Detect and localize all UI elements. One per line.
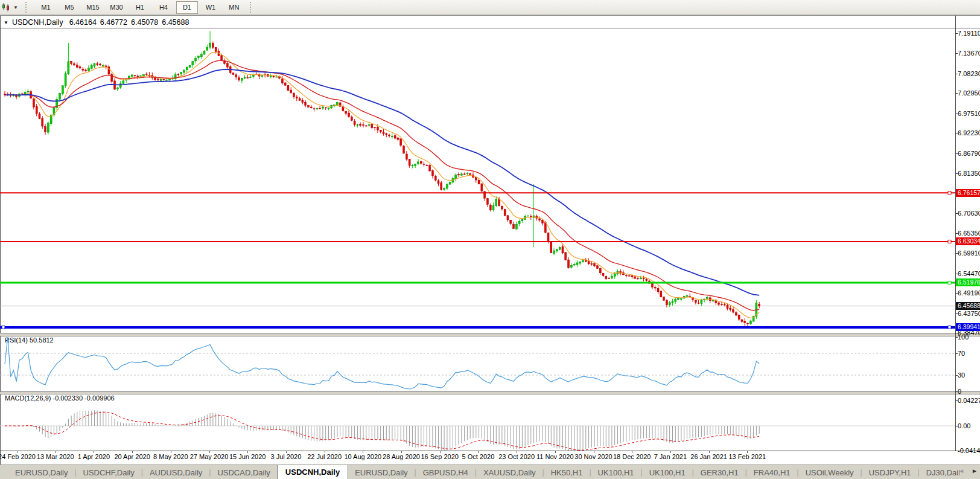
timeframe-toolbar: ▼ M1M5M15M30H1H4D1W1MN (0, 0, 980, 15)
time-axis-label: 13 Feb 2021 (728, 453, 766, 460)
chart-tab-xauusd-daily[interactable]: XAUUSD,Daily (477, 466, 542, 479)
chart-tab-ger30-h1[interactable]: GER30,H1 (694, 466, 745, 479)
toolbar-grip-2[interactable] (250, 2, 255, 13)
price-axis-label: 7.19110 (958, 30, 980, 37)
rsi-axis-label: 70 (958, 350, 965, 357)
macd-canvas[interactable] (0, 393, 955, 451)
time-axis-label: 23 Oct 2020 (498, 453, 535, 460)
tab-scroll-left-icon[interactable]: ◄ (958, 468, 964, 474)
time-axis-label: 3 Jul 2020 (271, 453, 302, 460)
timeframe-button-m1[interactable]: M1 (35, 1, 57, 14)
toolbar-grip[interactable] (25, 2, 30, 13)
time-axis-label: 20 Apr 2020 (114, 453, 150, 460)
hline-price-badge: 6.76157 (956, 189, 980, 197)
price-axis-label: 6.43750 (958, 310, 980, 317)
chart-tab-dj30-daily[interactable]: DJ30,Daily (920, 466, 959, 479)
price-axis-label: 7.02950 (958, 89, 980, 97)
hline-price-badge: 6.39941 (956, 323, 980, 331)
macd-axis-label: 0.042275 (958, 397, 980, 404)
ohlc-low: 6.45078 (131, 18, 158, 27)
price-axis-label: 6.70630 (958, 210, 980, 217)
time-axis-label: 16 Sep 2020 (421, 453, 458, 460)
timeframe-buttons: M1M5M15M30H1H4D1W1MN (35, 1, 245, 14)
time-axis-label: 10 Aug 2020 (344, 453, 381, 460)
chart-tab-usoil-weekly[interactable]: USOil,Weekly (799, 466, 861, 479)
time-axis-label: 24 Feb 2020 (0, 453, 36, 460)
time-axis-label: 30 Nov 2020 (574, 453, 612, 460)
rsi-axis-label: 100 (958, 333, 969, 341)
price-axis-label: 6.54470 (958, 270, 980, 277)
chart-tab-uk100-h1[interactable]: UK100,H1 (643, 466, 692, 479)
time-axis-label: 7 Jan 2021 (654, 453, 687, 460)
time-axis-label: 18 Dec 2020 (613, 453, 651, 460)
price-axis-label: 6.97510 (958, 110, 980, 117)
time-axis-label: 22 Jul 2020 (307, 453, 342, 460)
price-axis-label: 6.59910 (958, 249, 980, 257)
window-menu-icon[interactable]: ▼ (4, 20, 8, 25)
time-axis-label: 13 Mar 2020 (37, 453, 74, 460)
hline-price-badge: 6.51976 (956, 278, 980, 286)
price-axis-label: 6.65350 (958, 230, 980, 237)
price-axis-label: 6.92230 (958, 129, 980, 137)
time-axis-label: 28 Aug 2020 (383, 453, 420, 460)
rsi-axis-label: 0 (958, 388, 961, 395)
chart-tab-usdcad-daily[interactable]: USDCAD,Daily (211, 466, 276, 479)
time-axis-label: 1 Apr 2020 (78, 453, 110, 460)
chart-frame-top-border (0, 15, 980, 16)
time-axis-label: 26 Jan 2021 (690, 453, 727, 460)
price-axis-label: 6.86790 (958, 150, 980, 157)
chart-tab-usdchf-daily[interactable]: USDCHF,Daily (77, 466, 141, 479)
timeframe-button-m15[interactable]: M15 (82, 1, 104, 14)
macd-axis-label: -0.04148 (958, 447, 980, 454)
chart-bottom-border (0, 451, 980, 451)
chart-tab-audusd-daily[interactable]: AUDUSD,Daily (143, 466, 209, 479)
time-axis-label: 5 Oct 2020 (462, 453, 494, 460)
time-axis-label: 15 Jun 2020 (229, 453, 266, 460)
chart-tab-usdjpy-h1[interactable]: USDJPY,H1 (862, 466, 918, 479)
hline-price-badge: 6.63034 (956, 237, 980, 245)
time-axis-label: 11 Nov 2020 (536, 453, 574, 460)
chart-tab-hk50-h1[interactable]: HK50,H1 (544, 466, 590, 479)
rsi-axis-label: 30 (958, 371, 965, 379)
timeframe-button-w1[interactable]: W1 (200, 1, 221, 14)
ohlc-high: 6.46772 (100, 18, 127, 27)
main-chart-canvas[interactable] (0, 28, 955, 333)
tab-scroll-arrows: ◄ ► (958, 468, 978, 474)
current-price-badge: 6.45688 (956, 302, 980, 310)
chart-tab-eurusd-daily[interactable]: EURUSD,Daily (8, 466, 74, 479)
price-axis-label: 6.81350 (958, 170, 980, 177)
timeframe-button-mn[interactable]: MN (223, 1, 245, 14)
chart-tool-dropdown-icon[interactable]: ▼ (13, 5, 18, 10)
timeframe-button-m5[interactable]: M5 (59, 1, 80, 14)
chart-tab-eurusd-daily[interactable]: EURUSD,Daily (348, 466, 414, 479)
price-axis-label: 7.13670 (958, 50, 980, 57)
timeframe-button-h1[interactable]: H1 (129, 1, 151, 14)
chart-tab-usdcnh-daily[interactable]: USDCNH,Daily (277, 465, 348, 479)
tab-scroll-right-icon[interactable]: ► (972, 468, 978, 474)
timeframe-button-d1[interactable]: D1 (176, 1, 198, 14)
chart-tab-gbpusd-h4[interactable]: GBPUSD,H4 (416, 466, 475, 479)
ohlc-close: 6.45688 (162, 18, 189, 27)
chart-tab-uk100-h1[interactable]: UK100,H1 (591, 466, 641, 479)
chart-symbol: USDCNH,Daily (12, 18, 63, 27)
mt4-window: ▼ M1M5M15M30H1H4D1W1MN ▼ USDCNH,Daily 6.… (0, 0, 980, 479)
rsi-canvas[interactable] (0, 335, 955, 391)
chart-tool-icon[interactable] (1, 2, 12, 12)
timeframe-button-h4[interactable]: H4 (153, 1, 174, 14)
chart-tabs: EURUSD,Daily|USDCHF,Daily|AUDUSD,Daily|U… (0, 465, 959, 479)
price-axis-label: 6.49190 (958, 289, 980, 297)
timeframe-button-m30[interactable]: M30 (106, 1, 127, 14)
price-axis-label: 7.08230 (958, 70, 980, 77)
macd-axis-label: 0.00 (958, 422, 970, 429)
time-axis-label: 8 May 2020 (153, 453, 188, 460)
chart-tool-glyph (1, 2, 12, 12)
chart-tab-fra40-h1[interactable]: FRA40,H1 (747, 466, 797, 479)
chart-tab-bar: EURUSD,Daily|USDCHF,Daily|AUDUSD,Daily|U… (0, 465, 980, 479)
time-axis-label: 27 May 2020 (190, 453, 229, 460)
chart-title: ▼ USDCNH,Daily 6.46164 6.46772 6.45078 6… (4, 18, 192, 27)
ohlc-open: 6.46164 (69, 18, 97, 27)
